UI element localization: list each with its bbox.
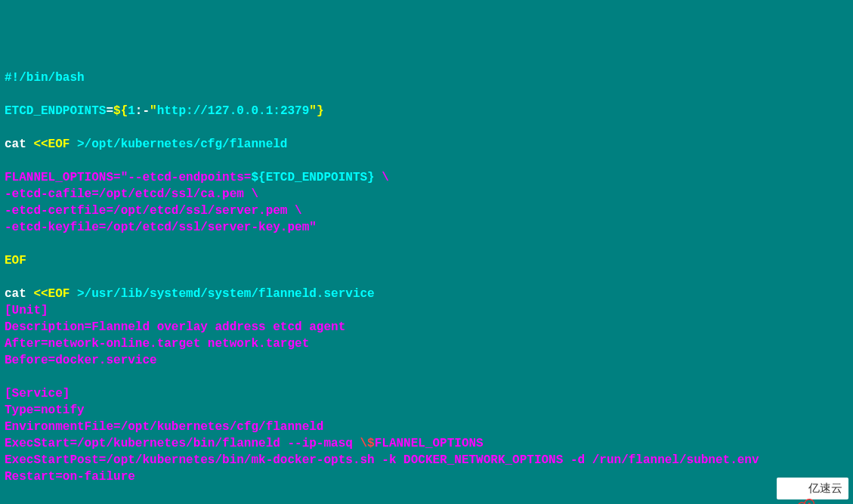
code-segment: Description=Flanneld overlay address etc… xyxy=(5,320,345,334)
watermark: 亿速云 xyxy=(777,478,848,499)
code-segment: http://127.0.0.1:2379 xyxy=(157,104,310,118)
watermark-logo-icon xyxy=(783,481,804,496)
code-line: Description=Flanneld overlay address etc… xyxy=(5,319,848,335)
code-segment: ExecStart=/opt/kubernetes/bin/flanneld -… xyxy=(5,437,360,450)
code-line xyxy=(5,119,848,136)
code-segment: Restart=on-failure xyxy=(5,470,135,484)
code-line: [Unit] xyxy=(5,302,848,319)
code-segment: cat xyxy=(5,138,33,151)
code-line xyxy=(5,153,848,169)
code-segment: Before=docker.service xyxy=(5,354,157,367)
code-segment: ${ xyxy=(113,104,128,118)
code-segment: FLANNEL_OPTIONS xyxy=(375,437,484,450)
code-segment: \ xyxy=(375,171,389,184)
code-line: -etcd-keyfile=/opt/etcd/ssl/server-key.p… xyxy=(5,219,848,236)
code-block: #!/bin/bash ETCD_ENDPOINTS=${1:-"http://… xyxy=(5,70,848,504)
code-segment: ExecStartPost=/opt/kubernetes/bin/mk-doc… xyxy=(5,453,759,467)
code-line: -etcd-certfile=/opt/etcd/ssl/server.pem … xyxy=(5,203,848,219)
code-line: EOF xyxy=(5,252,848,269)
code-segment: ETCD_ENDPOINTS xyxy=(5,104,106,118)
code-segment: -etcd-certfile=/opt/etcd/ssl/server.pem … xyxy=(5,204,302,218)
code-segment: " xyxy=(150,104,157,118)
code-line xyxy=(5,269,848,286)
code-segment: EOF xyxy=(5,254,26,267)
code-segment: 1 xyxy=(128,104,135,118)
code-segment: <<EOF xyxy=(33,138,77,151)
code-segment: cat xyxy=(5,287,33,301)
code-segment: >/opt/kubernetes/cfg/flanneld xyxy=(77,138,287,151)
code-line: ETCD_ENDPOINTS=${1:-"http://127.0.0.1:23… xyxy=(5,103,848,119)
code-segment: EnvironmentFile=/opt/kubernetes/cfg/flan… xyxy=(5,420,323,434)
watermark-text: 亿速云 xyxy=(808,481,842,496)
code-line: After=network-online.target network.targ… xyxy=(5,335,848,352)
code-segment: [Unit] xyxy=(5,304,48,317)
code-line: ExecStart=/opt/kubernetes/bin/flanneld -… xyxy=(5,435,848,452)
code-segment: [Service] xyxy=(5,387,70,400)
code-segment: -etcd-keyfile=/opt/etcd/ssl/server-key.p… xyxy=(5,221,317,234)
code-line xyxy=(5,236,848,252)
code-line: Before=docker.service xyxy=(5,352,848,369)
code-line xyxy=(5,369,848,385)
code-line: -etcd-cafile=/opt/etcd/ssl/ca.pem \ xyxy=(5,186,848,203)
code-segment: ${ETCD_ENDPOINTS} xyxy=(251,171,374,184)
code-segment: #!/bin/bash xyxy=(5,71,85,85)
code-segment: >/usr/lib/systemd/system/flanneld.servic… xyxy=(77,287,375,301)
code-line: EnvironmentFile=/opt/kubernetes/cfg/flan… xyxy=(5,419,848,435)
code-line: cat <<EOF >/usr/lib/systemd/system/flann… xyxy=(5,286,848,302)
code-segment: " xyxy=(309,104,317,118)
code-segment: FLANNEL_OPTIONS="--etcd-endpoints= xyxy=(5,171,251,184)
code-line xyxy=(5,86,848,103)
code-segment: After=network-online.target network.targ… xyxy=(5,337,309,351)
code-line: ExecStartPost=/opt/kubernetes/bin/mk-doc… xyxy=(5,452,848,468)
code-segment: = xyxy=(106,104,113,118)
code-line: Type=notify xyxy=(5,402,848,419)
code-segment: } xyxy=(317,104,324,118)
code-line: Restart=on-failure xyxy=(5,468,848,485)
code-line: #!/bin/bash xyxy=(5,70,848,86)
code-line: cat <<EOF >/opt/kubernetes/cfg/flanneld xyxy=(5,136,848,153)
code-segment: -etcd-cafile=/opt/etcd/ssl/ca.pem \ xyxy=(5,187,258,201)
code-segment: <<EOF xyxy=(33,287,77,301)
code-segment: Type=notify xyxy=(5,404,85,417)
code-segment: \$ xyxy=(360,437,374,450)
code-line xyxy=(5,485,848,502)
code-line: FLANNEL_OPTIONS="--etcd-endpoints=${ETCD… xyxy=(5,169,848,186)
code-segment: :- xyxy=(135,104,150,118)
code-line: [Service] xyxy=(5,385,848,402)
